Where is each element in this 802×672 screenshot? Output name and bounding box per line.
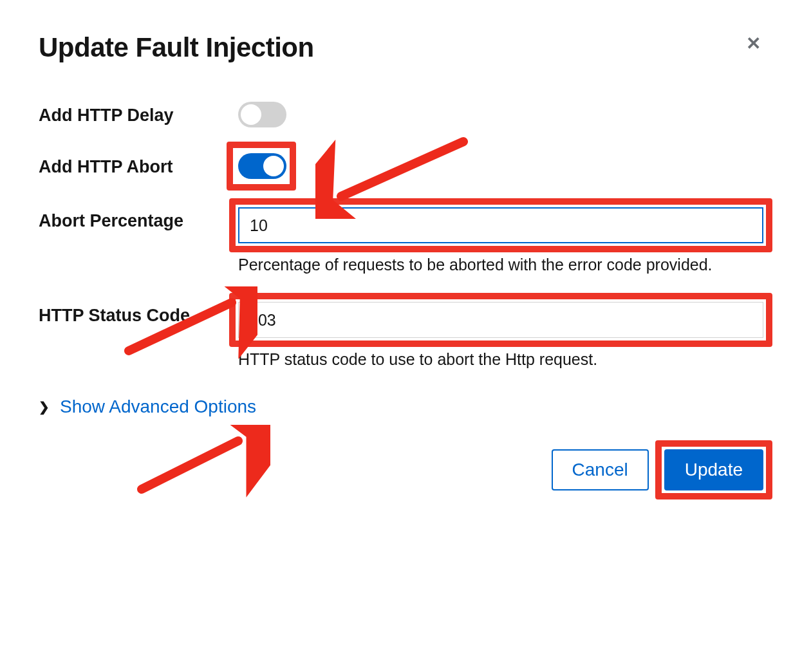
http-delay-row: Add HTTP Delay (39, 102, 763, 127)
http-status-code-label: HTTP Status Code (39, 302, 238, 326)
dialog-title: Update Fault Injection (39, 32, 314, 63)
advanced-options-row[interactable]: ❯ Show Advanced Options (39, 397, 763, 417)
toggle-knob (263, 156, 284, 176)
dialog-container: Update Fault Injection ✕ Add HTTP Delay … (39, 32, 763, 490)
cancel-button[interactable]: Cancel (552, 449, 649, 490)
http-status-code-help: HTTP status code to use to abort the Htt… (238, 348, 763, 371)
abort-percentage-row: Abort Percentage Percentage of requests … (39, 207, 763, 276)
dialog-header: Update Fault Injection ✕ (39, 32, 763, 63)
http-status-code-input[interactable] (238, 302, 763, 338)
http-delay-label: Add HTTP Delay (39, 102, 238, 126)
abort-percentage-input[interactable] (238, 207, 763, 243)
close-icon[interactable]: ✕ (743, 32, 763, 55)
http-status-code-row: HTTP Status Code HTTP status code to use… (39, 302, 763, 371)
toggle-knob (241, 104, 261, 125)
advanced-options-link[interactable]: Show Advanced Options (60, 397, 256, 417)
http-delay-toggle[interactable] (238, 102, 286, 127)
http-abort-toggle[interactable] (238, 153, 286, 179)
button-row: Cancel Update (39, 449, 763, 490)
http-abort-label: Add HTTP Abort (39, 153, 238, 177)
http-abort-row: Add HTTP Abort (39, 153, 763, 182)
abort-percentage-help: Percentage of requests to be aborted wit… (238, 254, 763, 276)
update-button[interactable]: Update (664, 449, 763, 490)
chevron-right-icon: ❯ (39, 399, 50, 415)
abort-percentage-label: Abort Percentage (39, 207, 238, 231)
annotation-arrow-update-button (573, 515, 689, 523)
